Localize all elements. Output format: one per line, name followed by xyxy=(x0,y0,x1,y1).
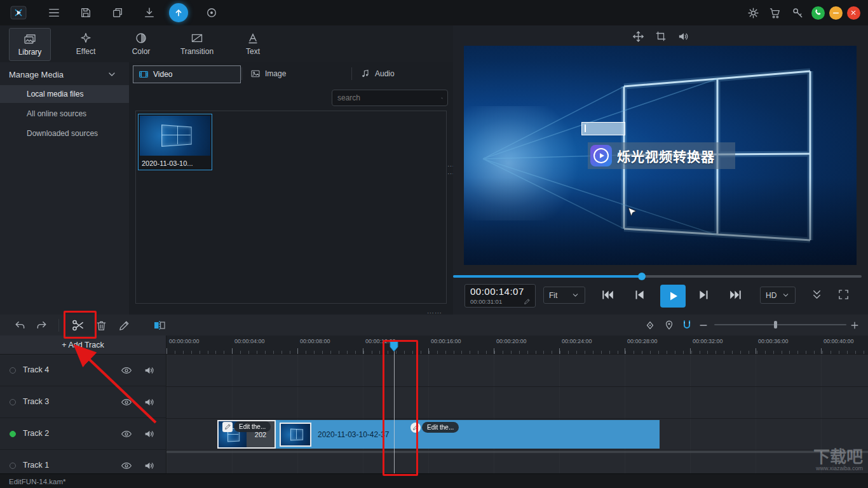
edit-clip-button[interactable] xyxy=(116,318,132,333)
manage-media-dropdown[interactable]: Manage Media xyxy=(0,65,129,84)
track-state-dot xyxy=(10,399,16,405)
quality-dropdown[interactable]: HD xyxy=(760,287,796,304)
export-button[interactable] xyxy=(168,0,189,25)
overlay-title-text: 烁光视频转换器 xyxy=(617,146,715,165)
zoom-slider-track[interactable] xyxy=(714,324,846,325)
timeline-lanes[interactable] xyxy=(166,355,868,473)
media-tab-audio[interactable]: Audio xyxy=(355,65,400,82)
tab-text[interactable]: Text xyxy=(233,28,273,60)
track-visibility-toggle[interactable] xyxy=(121,396,132,408)
save-project-button[interactable] xyxy=(75,0,97,25)
tab-color-label: Color xyxy=(132,47,151,56)
track-mute-toggle[interactable] xyxy=(144,428,155,440)
skip-to-end-button[interactable] xyxy=(729,288,743,302)
chevron-down-icon xyxy=(571,291,580,299)
track-state-dot xyxy=(10,367,16,374)
timeline-scrollbar[interactable] xyxy=(166,451,868,453)
fullscreen-button[interactable] xyxy=(837,288,850,301)
marker-button[interactable] xyxy=(661,318,677,333)
search-icon[interactable] xyxy=(441,93,443,103)
fit-dropdown-value: Fit xyxy=(549,291,557,300)
tab-library[interactable]: Library xyxy=(9,28,51,61)
tab-effect[interactable]: Effect xyxy=(66,28,105,60)
track-visibility-toggle[interactable] xyxy=(121,460,132,471)
track-header-2[interactable]: Track 2 xyxy=(0,418,166,450)
edit-timecode-icon[interactable] xyxy=(524,298,531,305)
panel-tab-bar: Library Effect Color Transition Text xyxy=(0,25,453,62)
add-track-button[interactable]: + Add Track xyxy=(0,336,166,355)
ruler-label: 00:00:36:00 xyxy=(758,338,789,344)
media-tab-image[interactable]: Image xyxy=(245,65,291,82)
tab-transition-label: Transition xyxy=(180,47,214,56)
zoom-out-button[interactable] xyxy=(695,318,712,333)
track-mute-toggle[interactable] xyxy=(144,396,155,408)
track-name: Track 2 xyxy=(23,429,49,438)
split-scissors-button[interactable] xyxy=(70,318,86,333)
overlay-textbox[interactable] xyxy=(581,122,625,135)
zoom-in-button[interactable] xyxy=(846,318,863,333)
menu-button[interactable] xyxy=(43,0,65,25)
track-mute-toggle[interactable] xyxy=(144,365,155,376)
record-button[interactable] xyxy=(201,0,222,25)
ruler-label: 00:00:24:00 xyxy=(562,338,592,344)
sidebar-item-local-media[interactable]: Local media files xyxy=(0,85,129,103)
toolbar-divider xyxy=(58,319,59,332)
transform-tool-icon[interactable] xyxy=(632,30,644,43)
search-input[interactable] xyxy=(332,93,441,102)
crop-tool-icon[interactable] xyxy=(655,30,667,42)
license-key-button[interactable] xyxy=(787,0,808,25)
duplicate-project-button[interactable] xyxy=(107,0,128,25)
volume-tool-icon[interactable] xyxy=(677,30,689,43)
settings-button[interactable] xyxy=(742,0,764,25)
preview-panel: 烁光视频转换器 00:00:14:07 00:00:31:01 Fit HD xyxy=(453,25,868,315)
library-icon xyxy=(24,32,36,45)
redo-button[interactable] xyxy=(33,318,50,333)
previous-frame-button[interactable] xyxy=(632,288,646,302)
track-header-3[interactable]: Track 3 xyxy=(0,386,166,418)
edit-text-badge[interactable]: Edit the... xyxy=(222,421,271,433)
skip-to-start-button[interactable] xyxy=(600,288,614,302)
clip-video-main[interactable]: 2020-11-03-10-42-37 xyxy=(276,420,660,449)
media-tab-label: Audio xyxy=(375,69,395,78)
seek-bar[interactable] xyxy=(453,275,862,278)
media-tab-video[interactable]: Video xyxy=(133,65,241,83)
clip-label: 2020-11-03-10-42-37 xyxy=(318,430,390,439)
delete-clip-button[interactable] xyxy=(93,318,109,333)
snap-magnet-button[interactable] xyxy=(679,318,695,333)
sidebar-item-downloaded-sources[interactable]: Downloaded sources xyxy=(0,125,129,142)
store-button[interactable] xyxy=(764,0,785,25)
playhead-line[interactable] xyxy=(394,341,395,473)
ruler-label: 00:00:28:00 xyxy=(627,338,658,344)
track-mute-toggle[interactable] xyxy=(144,460,155,471)
tab-color[interactable]: Color xyxy=(122,28,160,60)
text-icon xyxy=(247,32,259,44)
playhead-marker[interactable] xyxy=(390,340,398,352)
collapse-preview-button[interactable] xyxy=(811,288,823,301)
ruler-major-ticks xyxy=(166,348,868,354)
video-viewport[interactable]: 烁光视频转换器 xyxy=(464,46,857,265)
tab-transition[interactable]: Transition xyxy=(170,28,224,60)
play-button[interactable] xyxy=(660,285,686,308)
overlay-title-banner[interactable]: 烁光视频转换器 xyxy=(588,142,735,169)
close-button[interactable] xyxy=(843,0,864,25)
media-item-card[interactable]: 2020-11-03-10... xyxy=(138,114,212,170)
timeline-ruler[interactable]: 00:00:00:00 00:00:04:00 00:00:08:00 00:0… xyxy=(166,336,868,355)
zoom-slider-handle[interactable] xyxy=(774,321,777,329)
edit-text-badge[interactable]: Edit the... xyxy=(410,421,459,433)
import-media-button[interactable] xyxy=(139,0,160,25)
track-header-4[interactable]: Track 4 xyxy=(0,355,166,386)
pencil-icon xyxy=(222,422,233,432)
keyframe-button[interactable] xyxy=(642,318,658,333)
video-editor-app: Library Effect Color Transition Text Man… xyxy=(0,0,868,488)
image-icon xyxy=(250,69,261,79)
overwrite-mode-button[interactable] xyxy=(151,318,168,333)
mouse-cursor xyxy=(628,207,638,220)
media-item-label: 2020-11-03-10... xyxy=(142,159,193,167)
track-visibility-toggle[interactable] xyxy=(121,365,132,376)
sidebar-item-online-sources[interactable]: All online sources xyxy=(0,105,129,123)
track-visibility-toggle[interactable] xyxy=(121,428,132,440)
next-frame-button[interactable] xyxy=(697,288,711,302)
seek-bar-handle[interactable] xyxy=(638,273,646,280)
fit-dropdown[interactable]: Fit xyxy=(543,287,585,304)
undo-button[interactable] xyxy=(11,318,28,333)
